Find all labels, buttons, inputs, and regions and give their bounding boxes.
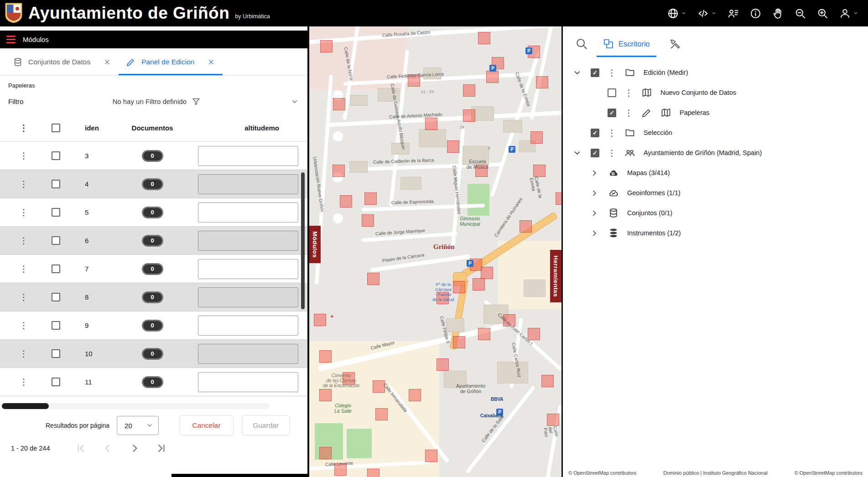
map-marker[interactable] <box>320 40 333 52</box>
documentos-badge[interactable]: 0 <box>142 376 163 388</box>
row-menu-icon[interactable]: ⋮ <box>11 349 36 358</box>
map-marker[interactable] <box>333 98 345 110</box>
map-marker[interactable] <box>333 165 345 177</box>
parking-icon[interactable]: P <box>509 146 515 153</box>
tools-icon[interactable] <box>669 38 681 50</box>
map-marker[interactable] <box>473 278 485 290</box>
zoom-out-button[interactable] <box>794 7 806 20</box>
row-checkbox[interactable] <box>52 378 60 386</box>
row-checkbox[interactable] <box>52 321 60 330</box>
map-marker[interactable] <box>453 336 465 348</box>
previous-page-icon[interactable] <box>102 442 114 454</box>
tools-edge-tab[interactable]: Herramientas <box>550 250 561 302</box>
row-menu-icon[interactable]: ⋮ <box>11 293 36 301</box>
row-checkbox[interactable] <box>52 264 60 273</box>
tree-item[interactable]: ✓⋮Selección <box>563 123 868 143</box>
tree-item[interactable]: ⋮Nuevo Conjunto de Datos <box>563 83 868 103</box>
tab-conjuntos-de-datos[interactable]: Conjuntos de Datos <box>5 48 119 75</box>
tree-item-menu-icon[interactable]: ⋮ <box>608 68 616 77</box>
documentos-badge[interactable]: 0 <box>142 263 163 275</box>
map-marker[interactable] <box>547 414 559 426</box>
row-checkbox[interactable] <box>52 236 60 245</box>
map-marker[interactable] <box>530 131 543 144</box>
row-menu-icon[interactable]: ⋮ <box>11 180 36 188</box>
altitudemo-input[interactable] <box>198 316 298 336</box>
altitudemo-input[interactable] <box>198 259 298 279</box>
filter-row[interactable]: Filtro No hay un Filtro definido <box>0 89 307 114</box>
close-icon[interactable] <box>103 58 111 66</box>
tree-item-menu-icon[interactable]: ⋮ <box>608 149 616 157</box>
row-menu-icon[interactable]: ⋮ <box>11 321 36 330</box>
tab-escritorio[interactable]: Escritorio <box>603 26 656 61</box>
map-marker[interactable] <box>340 195 352 207</box>
row-menu-icon[interactable]: ⋮ <box>11 151 36 160</box>
map-marker[interactable] <box>463 84 475 97</box>
parking-icon[interactable]: P <box>525 47 532 54</box>
geometry-button[interactable] <box>697 7 717 20</box>
row-menu-icon[interactable]: ⋮ <box>11 208 36 217</box>
map-marker[interactable] <box>425 450 437 462</box>
map-marker[interactable] <box>453 281 465 293</box>
search-icon[interactable] <box>575 37 588 51</box>
map-marker[interactable] <box>447 140 459 153</box>
chevron-right-icon[interactable] <box>589 228 600 238</box>
map-marker[interactable] <box>319 389 332 401</box>
tree-checkbox[interactable]: ✓ <box>608 109 616 117</box>
tree-item[interactable]: Mapas (3/414) <box>563 163 868 183</box>
map-marker[interactable] <box>541 375 554 387</box>
hamburger-menu-icon[interactable] <box>6 36 16 43</box>
map-marker[interactable] <box>533 165 546 177</box>
map-marker[interactable] <box>362 214 374 227</box>
parking-icon[interactable]: P <box>467 260 473 267</box>
map-marker[interactable] <box>319 350 332 363</box>
documentos-badge[interactable]: 0 <box>142 235 163 247</box>
tree-item-menu-icon[interactable]: ⋮ <box>624 88 633 97</box>
documentos-badge[interactable]: 0 <box>142 291 163 303</box>
tree-checkbox[interactable] <box>608 88 616 97</box>
map-marker[interactable] <box>556 192 561 205</box>
map-marker[interactable] <box>364 192 377 205</box>
documentos-badge[interactable]: 0 <box>142 348 163 360</box>
altitudemo-input[interactable] <box>198 202 298 223</box>
header-menu-icon[interactable]: ⋮ <box>11 124 36 132</box>
map-marker[interactable] <box>367 273 379 285</box>
parking-icon[interactable]: P <box>489 65 496 72</box>
last-page-icon[interactable] <box>156 442 167 454</box>
map-marker[interactable] <box>314 314 326 326</box>
map-marker[interactable] <box>375 408 388 420</box>
row-menu-icon[interactable]: ⋮ <box>11 236 36 245</box>
chevron-right-icon[interactable] <box>589 188 600 198</box>
map-canvas[interactable]: Módulos Herramientas PPPPPCalle Rosalía … <box>309 26 561 477</box>
globe-button[interactable] <box>667 7 687 20</box>
map-marker[interactable] <box>481 267 493 279</box>
tree-item-menu-icon[interactable]: ⋮ <box>608 129 616 137</box>
tree-checkbox[interactable]: ✓ <box>591 149 599 157</box>
save-button[interactable]: Guardar <box>242 415 290 436</box>
hand-button[interactable] <box>772 7 784 20</box>
chevron-right-icon[interactable] <box>589 208 600 218</box>
map-marker[interactable] <box>520 220 532 233</box>
next-page-icon[interactable] <box>129 442 140 454</box>
info-button[interactable] <box>749 7 762 20</box>
altitudemo-input[interactable] <box>198 174 298 194</box>
modules-edge-tab[interactable]: Módulos <box>309 226 321 263</box>
account-button[interactable] <box>839 7 859 20</box>
tree-item[interactable]: Instrumentos (1/2) <box>563 223 868 243</box>
documentos-badge[interactable]: 0 <box>142 320 163 332</box>
tree-item[interactable]: ✓⋮Ayuntamiento de Griñón (Madrid, Spain) <box>563 143 868 163</box>
altitudemo-input[interactable] <box>198 287 298 307</box>
altitudemo-input[interactable] <box>198 231 298 251</box>
tree-item[interactable]: Geoinformes (1/1) <box>563 183 868 203</box>
tab-panel-de-edicion[interactable]: Panel de Edicion <box>119 48 223 75</box>
map-marker[interactable] <box>486 71 499 83</box>
vertical-scrollbar[interactable] <box>301 172 305 309</box>
zoom-in-button[interactable] <box>816 7 829 20</box>
map-marker[interactable] <box>367 469 379 477</box>
horizontal-scrollbar-thumb[interactable] <box>2 403 49 409</box>
close-icon[interactable] <box>207 58 215 66</box>
chevron-right-icon[interactable] <box>589 168 600 178</box>
first-page-icon[interactable] <box>75 442 87 454</box>
tree-item[interactable]: ✓⋮Papeleras <box>563 103 868 123</box>
contacts-button[interactable] <box>727 7 739 20</box>
row-checkbox[interactable] <box>52 208 60 217</box>
